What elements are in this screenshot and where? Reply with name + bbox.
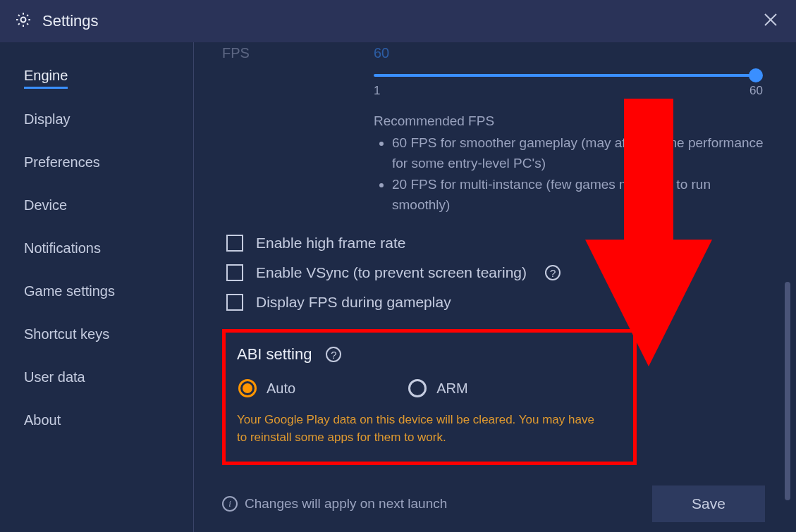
- checkbox-display-fps[interactable]: Display FPS during gameplay: [226, 294, 765, 311]
- sidebar-item-preferences[interactable]: Preferences: [24, 150, 100, 175]
- abi-header: ABI setting ?: [237, 345, 622, 364]
- save-button[interactable]: Save: [652, 485, 765, 522]
- slider-min: 1: [374, 84, 380, 98]
- scrollbar[interactable]: [785, 282, 790, 500]
- recommended-fps-title: Recommended FPS: [374, 113, 765, 129]
- checkbox-icon: [226, 235, 243, 252]
- radio-label: Auto: [267, 381, 295, 397]
- slider-max: 60: [749, 84, 763, 98]
- svg-point-0: [21, 18, 26, 23]
- close-button[interactable]: [759, 8, 782, 34]
- abi-radio-group: Auto ARM: [238, 379, 622, 397]
- scroll-area: FPS 60 1 60 Recommended FPS 60 FPS for: [222, 42, 765, 476]
- radio-icon: [408, 379, 427, 397]
- fps-slider[interactable]: 1 60: [374, 74, 765, 98]
- recommended-fps-list: 60 FPS for smoother gameplay (may affect…: [374, 133, 765, 215]
- sidebar-item-engine[interactable]: Engine: [24, 63, 68, 89]
- radio-icon: [238, 379, 257, 397]
- main-panel: FPS 60 1 60 Recommended FPS 60 FPS for: [194, 42, 796, 532]
- radio-label: ARM: [436, 381, 467, 397]
- slider-labels: 1 60: [374, 84, 763, 98]
- checkbox-enable-high-frame-rate[interactable]: Enable high frame rate: [226, 235, 765, 252]
- sidebar-item-display[interactable]: Display: [24, 107, 71, 132]
- checkbox-label: Enable VSync (to prevent screen tearing): [256, 264, 527, 281]
- titlebar: Settings: [0, 0, 796, 42]
- close-icon: [764, 13, 778, 27]
- footer-notice-text: Changes will apply on next launch: [245, 496, 447, 512]
- body: Engine Display Preferences Device Notifi…: [0, 42, 796, 532]
- checkbox-enable-vsync[interactable]: Enable VSync (to prevent screen tearing)…: [226, 264, 765, 281]
- list-item: 60 FPS for smoother gameplay (may affect…: [392, 133, 765, 173]
- info-icon: i: [222, 496, 238, 512]
- list-item: 20 FPS for multi-instance (few games mig…: [392, 175, 765, 215]
- settings-window: Settings Engine Display Preferences Devi…: [0, 0, 796, 532]
- sidebar-item-about[interactable]: About: [24, 408, 61, 433]
- sidebar-item-game-settings[interactable]: Game settings: [24, 279, 115, 304]
- titlebar-left: Settings: [14, 11, 99, 32]
- footer: i Changes will apply on next launch Save: [222, 485, 765, 522]
- fps-row: FPS 60: [222, 45, 765, 61]
- page-title: Settings: [42, 12, 99, 30]
- checkbox-group: Enable high frame rate Enable VSync (to …: [226, 235, 765, 311]
- checkbox-icon: [226, 264, 243, 281]
- sidebar-item-user-data[interactable]: User data: [24, 365, 85, 390]
- slider-track: [374, 74, 754, 77]
- checkbox-label: Display FPS during gameplay: [256, 294, 451, 311]
- slider-thumb[interactable]: [749, 68, 763, 82]
- fps-value: 60: [374, 45, 389, 61]
- abi-title: ABI setting: [237, 345, 312, 364]
- help-icon[interactable]: ?: [326, 347, 341, 362]
- sidebar: Engine Display Preferences Device Notifi…: [0, 42, 194, 532]
- fps-label: FPS: [222, 45, 374, 61]
- gear-icon: [14, 11, 32, 32]
- checkbox-label: Enable high frame rate: [256, 235, 405, 252]
- radio-dot-icon: [243, 383, 252, 393]
- help-icon[interactable]: ?: [545, 265, 561, 280]
- recommended-fps-block: Recommended FPS 60 FPS for smoother game…: [374, 113, 765, 215]
- sidebar-item-shortcut-keys[interactable]: Shortcut keys: [24, 322, 109, 347]
- checkbox-icon: [226, 294, 243, 311]
- footer-notice: i Changes will apply on next launch: [222, 496, 447, 512]
- sidebar-item-notifications[interactable]: Notifications: [24, 236, 101, 261]
- radio-arm[interactable]: ARM: [408, 379, 467, 397]
- radio-auto[interactable]: Auto: [238, 379, 295, 397]
- abi-setting-section: ABI setting ? Auto ARM: [222, 329, 637, 465]
- abi-warning-text: Your Google Play data on this device wil…: [237, 412, 604, 446]
- sidebar-item-device[interactable]: Device: [24, 193, 67, 218]
